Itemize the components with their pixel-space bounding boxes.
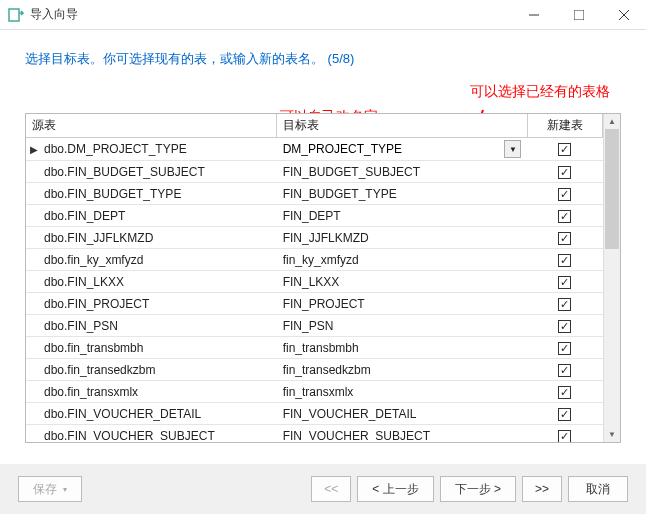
table-row[interactable]: dbo.fin_transedkzbmfin_transedkzbm (26, 359, 603, 381)
source-cell: dbo.FIN_JJFLKMZD (26, 227, 277, 249)
newtable-cell[interactable] (527, 337, 602, 359)
source-cell: dbo.FIN_PSN (26, 315, 277, 337)
target-cell[interactable]: FIN_VOUCHER_SUBJECT (277, 425, 528, 443)
table-row[interactable]: dbo.FIN_LKXXFIN_LKXX (26, 271, 603, 293)
cancel-button[interactable]: 取消 (568, 476, 628, 502)
checkbox[interactable] (558, 210, 571, 223)
newtable-cell[interactable] (527, 227, 602, 249)
checkbox[interactable] (558, 188, 571, 201)
newtable-cell[interactable] (527, 425, 602, 443)
source-cell: ▶dbo.DM_PROJECT_TYPE (26, 138, 277, 161)
checkbox[interactable] (558, 254, 571, 267)
newtable-cell[interactable] (527, 138, 602, 161)
titlebar: 导入向导 (0, 0, 646, 30)
col-newtable[interactable]: 新建表 (527, 114, 602, 138)
first-button[interactable]: << (311, 476, 351, 502)
source-cell: dbo.fin_transedkzbm (26, 359, 277, 381)
checkbox[interactable] (558, 298, 571, 311)
table-row[interactable]: dbo.fin_ky_xmfyzdfin_ky_xmfyzd (26, 249, 603, 271)
chevron-down-icon[interactable]: ▼ (504, 140, 521, 158)
checkbox[interactable] (558, 166, 571, 179)
target-cell[interactable]: fin_transedkzbm (277, 359, 528, 381)
table-row[interactable]: dbo.FIN_PSNFIN_PSN (26, 315, 603, 337)
target-cell[interactable]: ▼ (277, 138, 528, 161)
checkbox[interactable] (558, 143, 571, 156)
save-button[interactable]: 保存▾ (18, 476, 82, 502)
scrollbar-thumb[interactable] (605, 129, 619, 249)
newtable-cell[interactable] (527, 161, 602, 183)
table-row[interactable]: dbo.FIN_BUDGET_SUBJECTFIN_BUDGET_SUBJECT (26, 161, 603, 183)
wizard-heading: 选择目标表。你可选择现有的表，或输入新的表名。 (5/8) (25, 50, 621, 68)
source-cell: dbo.fin_ky_xmfyzd (26, 249, 277, 271)
table-row[interactable]: dbo.FIN_VOUCHER_DETAILFIN_VOUCHER_DETAIL (26, 403, 603, 425)
checkbox[interactable] (558, 232, 571, 245)
newtable-cell[interactable] (527, 183, 602, 205)
checkbox[interactable] (558, 320, 571, 333)
vertical-scrollbar[interactable]: ▲ ▼ (603, 114, 620, 442)
maximize-button[interactable] (556, 0, 601, 29)
col-target[interactable]: 目标表 (277, 114, 528, 138)
source-cell: dbo.FIN_PROJECT (26, 293, 277, 315)
col-source[interactable]: 源表 (26, 114, 277, 138)
target-cell[interactable]: FIN_BUDGET_TYPE (277, 183, 528, 205)
source-cell: dbo.fin_transxmlx (26, 381, 277, 403)
source-cell: dbo.FIN_VOUCHER_SUBJECT (26, 425, 277, 443)
newtable-cell[interactable] (527, 403, 602, 425)
target-cell[interactable]: fin_transxmlx (277, 381, 528, 403)
table-row[interactable]: dbo.FIN_VOUCHER_SUBJECTFIN_VOUCHER_SUBJE… (26, 425, 603, 443)
checkbox[interactable] (558, 342, 571, 355)
table-row[interactable]: dbo.fin_transbmbhfin_transbmbh (26, 337, 603, 359)
target-cell[interactable]: FIN_PROJECT (277, 293, 528, 315)
target-input[interactable] (283, 142, 505, 156)
target-cell[interactable]: fin_transbmbh (277, 337, 528, 359)
checkbox[interactable] (558, 408, 571, 421)
scroll-up-icon[interactable]: ▲ (604, 114, 620, 129)
footer: 保存▾ << < 上一步 下一步 > >> 取消 (0, 464, 646, 514)
target-cell[interactable]: FIN_LKXX (277, 271, 528, 293)
newtable-cell[interactable] (527, 205, 602, 227)
scroll-down-icon[interactable]: ▼ (604, 427, 620, 442)
source-cell: dbo.FIN_BUDGET_SUBJECT (26, 161, 277, 183)
table-row[interactable]: dbo.fin_transxmlxfin_transxmlx (26, 381, 603, 403)
svg-rect-2 (574, 10, 584, 20)
newtable-cell[interactable] (527, 359, 602, 381)
checkbox[interactable] (558, 386, 571, 399)
target-cell[interactable]: FIN_JJFLKMZD (277, 227, 528, 249)
newtable-cell[interactable] (527, 249, 602, 271)
target-cell[interactable]: fin_ky_xmfyzd (277, 249, 528, 271)
target-cell[interactable]: FIN_VOUCHER_DETAIL (277, 403, 528, 425)
row-pointer-icon: ▶ (30, 144, 38, 155)
source-cell: dbo.FIN_BUDGET_TYPE (26, 183, 277, 205)
newtable-cell[interactable] (527, 293, 602, 315)
newtable-cell[interactable] (527, 271, 602, 293)
table-row[interactable]: dbo.FIN_BUDGET_TYPEFIN_BUDGET_TYPE (26, 183, 603, 205)
source-cell: dbo.FIN_LKXX (26, 271, 277, 293)
table-row[interactable]: dbo.FIN_JJFLKMZDFIN_JJFLKMZD (26, 227, 603, 249)
next-button[interactable]: 下一步 > (440, 476, 516, 502)
minimize-button[interactable] (511, 0, 556, 29)
prev-button[interactable]: < 上一步 (357, 476, 433, 502)
target-cell[interactable]: FIN_DEPT (277, 205, 528, 227)
newtable-cell[interactable] (527, 381, 602, 403)
target-cell[interactable]: FIN_BUDGET_SUBJECT (277, 161, 528, 183)
source-cell: dbo.FIN_VOUCHER_DETAIL (26, 403, 277, 425)
annotation-pick-existing: 可以选择已经有的表格 (470, 82, 610, 100)
table-row[interactable]: ▶dbo.DM_PROJECT_TYPE▼ (26, 138, 603, 161)
mapping-table: 源表 目标表 新建表 ▶dbo.DM_PROJECT_TYPE▼dbo.FIN_… (25, 113, 621, 443)
window-title: 导入向导 (30, 6, 511, 23)
last-button[interactable]: >> (522, 476, 562, 502)
svg-rect-0 (9, 9, 19, 21)
target-cell[interactable]: FIN_PSN (277, 315, 528, 337)
checkbox[interactable] (558, 430, 571, 443)
app-icon (8, 7, 24, 23)
table-row[interactable]: dbo.FIN_PROJECTFIN_PROJECT (26, 293, 603, 315)
checkbox[interactable] (558, 364, 571, 377)
table-row[interactable]: dbo.FIN_DEPTFIN_DEPT (26, 205, 603, 227)
checkbox[interactable] (558, 276, 571, 289)
newtable-cell[interactable] (527, 315, 602, 337)
source-cell: dbo.fin_transbmbh (26, 337, 277, 359)
source-cell: dbo.FIN_DEPT (26, 205, 277, 227)
close-button[interactable] (601, 0, 646, 29)
